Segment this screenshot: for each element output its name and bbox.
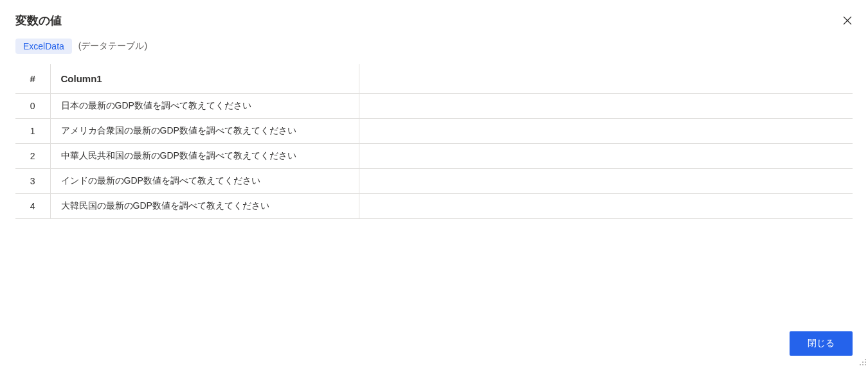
close-button[interactable]: 閉じる — [790, 331, 853, 356]
dialog-footer: 閉じる — [790, 331, 853, 356]
table-header-index[interactable]: # — [15, 64, 50, 94]
x-icon — [843, 16, 852, 25]
dialog-header: 変数の値 — [0, 0, 868, 36]
table-cell-empty — [359, 169, 853, 194]
svg-point-7 — [860, 364, 861, 365]
table-cell-empty — [359, 144, 853, 169]
table-cell-value: 日本の最新のGDP数値を調べて教えてください — [50, 94, 359, 119]
svg-point-6 — [862, 364, 863, 365]
table-cell-index: 3 — [15, 169, 50, 194]
variable-info: ExcelData (データテーブル) — [0, 36, 868, 64]
table-cell-value: インドの最新のGDP数値を調べて教えてください — [50, 169, 359, 194]
data-table-container: # Column1 0 日本の最新のGDP数値を調べて教えてください 1 アメリ… — [0, 64, 868, 219]
dialog-title: 変数の値 — [15, 13, 62, 28]
table-row[interactable]: 1 アメリカ合衆国の最新のGDP数値を調べて教えてください — [15, 119, 853, 144]
resize-grip-icon — [859, 358, 867, 366]
table-cell-value: アメリカ合衆国の最新のGDP数値を調べて教えてください — [50, 119, 359, 144]
table-row[interactable]: 4 大韓民国の最新のGDP数値を調べて教えてください — [15, 194, 853, 219]
table-cell-value: 中華人民共和国の最新のGDP数値を調べて教えてください — [50, 144, 359, 169]
table-cell-index: 0 — [15, 94, 50, 119]
table-cell-empty — [359, 94, 853, 119]
table-cell-empty — [359, 194, 853, 219]
table-header-row: # Column1 — [15, 64, 853, 94]
table-header-empty — [359, 64, 853, 94]
variable-name-badge[interactable]: ExcelData — [15, 39, 72, 54]
data-table: # Column1 0 日本の最新のGDP数値を調べて教えてください 1 アメリ… — [15, 64, 853, 219]
table-cell-index: 2 — [15, 144, 50, 169]
table-cell-index: 1 — [15, 119, 50, 144]
table-row[interactable]: 3 インドの最新のGDP数値を調べて教えてください — [15, 169, 853, 194]
close-icon[interactable] — [842, 15, 853, 26]
table-row[interactable]: 2 中華人民共和国の最新のGDP数値を調べて教えてください — [15, 144, 853, 169]
svg-point-3 — [865, 362, 866, 363]
table-row[interactable]: 0 日本の最新のGDP数値を調べて教えてください — [15, 94, 853, 119]
table-cell-empty — [359, 119, 853, 144]
table-cell-value: 大韓民国の最新のGDP数値を調べて教えてください — [50, 194, 359, 219]
svg-point-5 — [865, 364, 866, 365]
table-header-column1[interactable]: Column1 — [50, 64, 359, 94]
svg-point-4 — [862, 362, 863, 363]
variable-type-label: (データテーブル) — [78, 40, 147, 52]
resize-handle[interactable] — [859, 357, 867, 365]
table-cell-index: 4 — [15, 194, 50, 219]
svg-point-2 — [865, 359, 866, 360]
table-body: 0 日本の最新のGDP数値を調べて教えてください 1 アメリカ合衆国の最新のGD… — [15, 94, 853, 219]
